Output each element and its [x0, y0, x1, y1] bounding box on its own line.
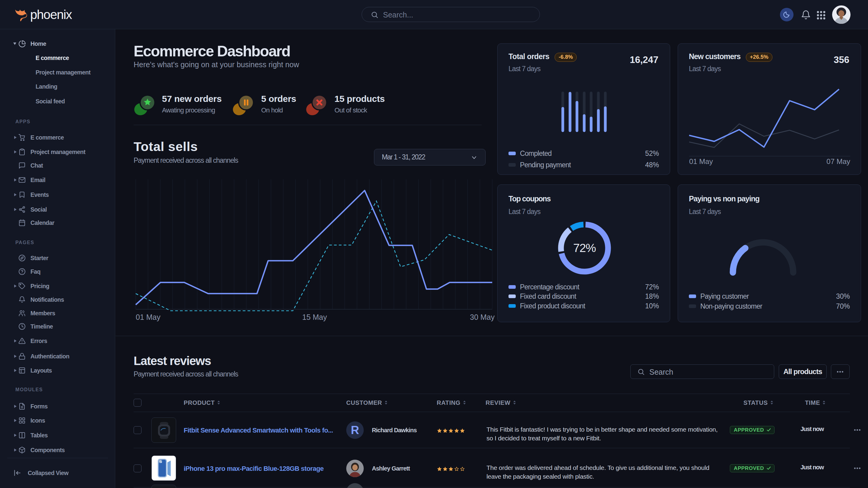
- svg-text:01 May: 01 May: [136, 313, 160, 321]
- svg-text:07 May: 07 May: [826, 157, 850, 165]
- svg-text:01 May: 01 May: [689, 157, 713, 165]
- svg-text:72%: 72%: [573, 241, 596, 254]
- svg-text:30 May: 30 May: [470, 313, 495, 321]
- svg-text:15 May: 15 May: [302, 313, 327, 321]
